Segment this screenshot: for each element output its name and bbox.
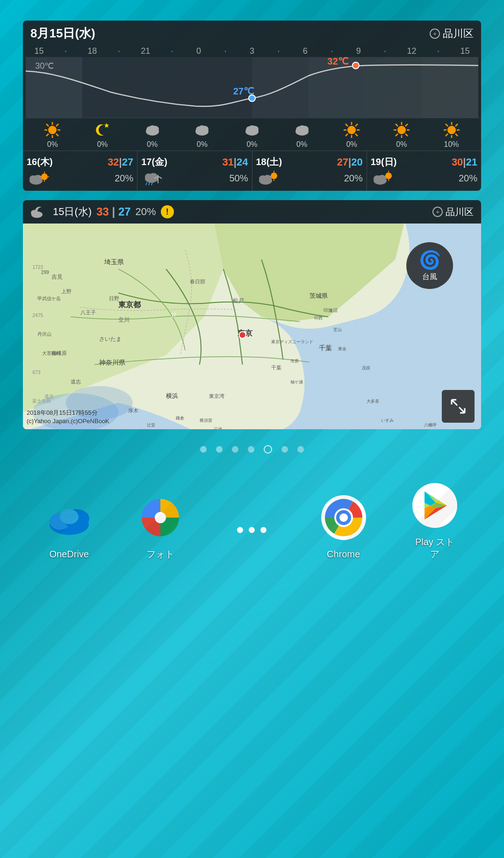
sun-icon xyxy=(393,121,410,139)
apps-dot-3 xyxy=(260,527,266,533)
hourly-icon-5: 0% xyxy=(293,121,311,149)
weather-map[interactable]: 埼玉県 東京都 神奈川県 茨城県 千葉 横浜 東京 さいたま 東京湾 上野 春日… xyxy=(23,224,481,429)
chrome-app[interactable]: Chrome xyxy=(306,492,381,560)
svg-text:神奈川県: 神奈川県 xyxy=(99,359,125,366)
weather-widget-1[interactable]: 8月15日(水) 品川区 15 · 18 · 21 · 0 · 3 · 6 · … xyxy=(23,21,481,191)
hourly-icon-4: 0% xyxy=(243,121,261,149)
svg-rect-4 xyxy=(252,57,309,118)
moon-star-icon xyxy=(94,121,111,139)
svg-line-63 xyxy=(455,134,458,136)
svg-point-39 xyxy=(347,126,356,134)
hourly-icon-1: 0% xyxy=(94,121,111,149)
sun-icon xyxy=(43,121,61,139)
temp-curve-area: 30℃ 27℃ 32℃ xyxy=(23,57,481,118)
svg-line-146 xyxy=(452,400,457,405)
map-expand-button[interactable] xyxy=(442,390,475,423)
svg-point-9 xyxy=(353,62,359,69)
svg-marker-162 xyxy=(425,491,447,519)
chrome-icon[interactable] xyxy=(318,492,369,543)
onedrive-app[interactable]: OneDrive xyxy=(32,492,107,560)
svg-text:埼玉県: 埼玉県 xyxy=(104,258,124,266)
svg-marker-22 xyxy=(104,123,109,128)
svg-rect-2 xyxy=(139,57,195,118)
svg-point-68 xyxy=(34,175,42,181)
partly-cloudy-moon-icon xyxy=(30,205,48,218)
svg-text:印旛沼: 印旛沼 xyxy=(324,308,338,313)
svg-point-83 xyxy=(263,175,272,181)
day-col-thu: 16(木) 32|27 20% xyxy=(23,151,137,191)
hourly-icon-7: 0% xyxy=(393,121,410,149)
page-dot-6[interactable] xyxy=(281,446,288,453)
svg-text:27℃: 27℃ xyxy=(233,86,254,96)
widget2-location[interactable]: 品川区 xyxy=(432,206,474,218)
svg-line-54 xyxy=(405,134,408,136)
svg-point-161 xyxy=(412,483,457,528)
page-dot-1[interactable] xyxy=(200,446,207,453)
svg-text:673: 673 xyxy=(32,370,40,375)
app-drawer-button[interactable] xyxy=(215,504,289,560)
fotos-app[interactable]: フォト xyxy=(123,492,198,560)
page-dot-2[interactable] xyxy=(216,446,223,453)
svg-line-47 xyxy=(346,134,348,136)
svg-text:道志: 道志 xyxy=(71,379,81,385)
svg-point-153 xyxy=(50,513,70,530)
weather-widget-2[interactable]: 15日(水) 33 | 27 20% ! 品川区 xyxy=(23,200,481,429)
svg-text:横須賀: 横須賀 xyxy=(200,418,212,423)
svg-text:2475: 2475 xyxy=(32,313,43,318)
cloud-icon xyxy=(243,121,261,139)
svg-point-48 xyxy=(397,126,406,134)
playstore-label: Play スト ア xyxy=(415,536,454,560)
widget2-temps: 33 | 27 xyxy=(96,205,130,218)
day-col-sat: 18(土) 27|20 20% xyxy=(252,151,367,191)
svg-text:299: 299 xyxy=(41,270,49,275)
playstore-icon[interactable] xyxy=(409,480,461,531)
page-dot-7[interactable] xyxy=(297,446,304,453)
svg-point-38 xyxy=(299,125,305,131)
apps-dots-icon[interactable] xyxy=(226,504,278,555)
fotos-icon[interactable] xyxy=(135,492,186,543)
svg-text:辻堂: 辻堂 xyxy=(147,423,155,427)
svg-point-34 xyxy=(249,125,255,131)
location-icon2 xyxy=(432,207,443,217)
svg-point-119 xyxy=(239,332,245,338)
svg-point-152 xyxy=(50,514,89,535)
alert-icon: ! xyxy=(161,205,174,218)
typhoon-marker: 🌀 台風 xyxy=(406,242,453,289)
svg-text:市原: 市原 xyxy=(290,359,299,363)
svg-line-55 xyxy=(405,124,408,126)
svg-point-69 xyxy=(41,173,48,180)
chrome-label: Chrome xyxy=(327,548,360,560)
svg-point-155 xyxy=(60,509,79,524)
widget2-date: 15日(水) xyxy=(53,205,92,219)
svg-text:日野: 日野 xyxy=(109,296,119,301)
map-timestamp: 2018年08月15日17時55分 (c)Yahoo Japan,(c)OPeN… xyxy=(27,409,109,425)
svg-text:吉見: 吉見 xyxy=(51,274,63,280)
svg-point-160 xyxy=(339,513,348,522)
expand-icon xyxy=(448,396,468,417)
svg-line-79 xyxy=(149,182,150,185)
onedrive-icon[interactable] xyxy=(43,492,95,543)
svg-line-64 xyxy=(455,124,458,126)
svg-line-65 xyxy=(446,134,448,136)
svg-text:千葉: 千葉 xyxy=(271,365,281,370)
temp-curve-svg: 30℃ 27℃ 32℃ xyxy=(26,57,478,118)
svg-text:東金: 東金 xyxy=(338,346,346,351)
svg-point-156 xyxy=(155,512,166,523)
svg-text:茨城県: 茨城県 xyxy=(309,292,327,299)
svg-point-154 xyxy=(63,509,89,528)
svg-text:いすみ: いすみ xyxy=(381,418,394,423)
svg-point-30 xyxy=(199,125,205,131)
widget1-location[interactable]: 品川区 xyxy=(430,27,474,41)
svg-point-13 xyxy=(48,126,57,134)
svg-rect-0 xyxy=(26,57,82,118)
svg-rect-7 xyxy=(422,57,478,118)
page-dot-5-active[interactable] xyxy=(264,445,272,454)
page-dot-3[interactable] xyxy=(232,446,238,453)
svg-text:甲武信ケ岳: 甲武信ケ岳 xyxy=(37,296,61,301)
svg-text:東京湾: 東京湾 xyxy=(209,393,224,399)
svg-point-159 xyxy=(336,510,351,525)
playstore-app[interactable]: Play スト ア xyxy=(397,480,472,560)
page-dot-4[interactable] xyxy=(248,446,254,453)
svg-text:立川: 立川 xyxy=(118,317,130,323)
hourly-icon-2: 0% xyxy=(144,121,161,149)
